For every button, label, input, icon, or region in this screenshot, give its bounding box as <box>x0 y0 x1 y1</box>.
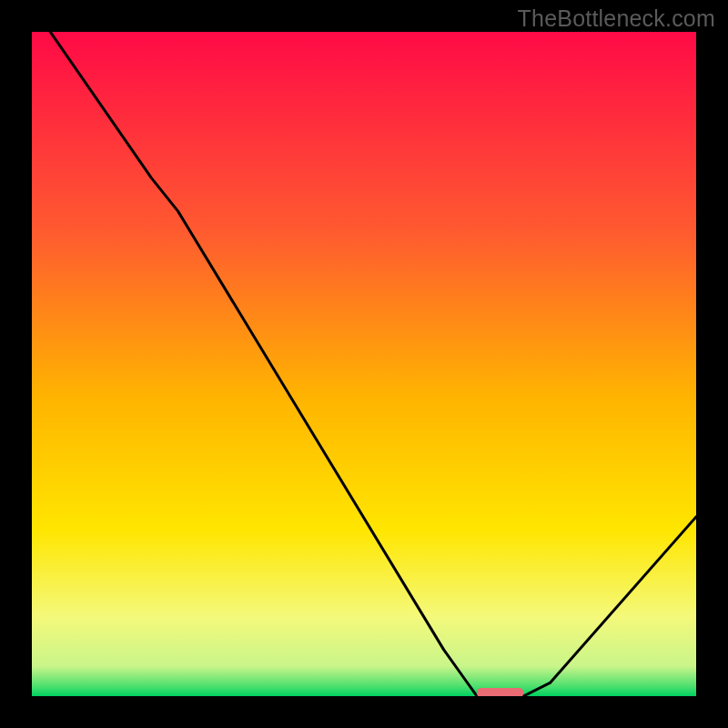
optimal-marker <box>477 688 523 696</box>
gradient-background <box>32 32 696 696</box>
chart-frame: TheBottleneck.com <box>0 0 728 728</box>
plot-area <box>32 32 696 696</box>
watermark-label: TheBottleneck.com <box>518 5 715 32</box>
bottleneck-chart <box>32 32 696 696</box>
